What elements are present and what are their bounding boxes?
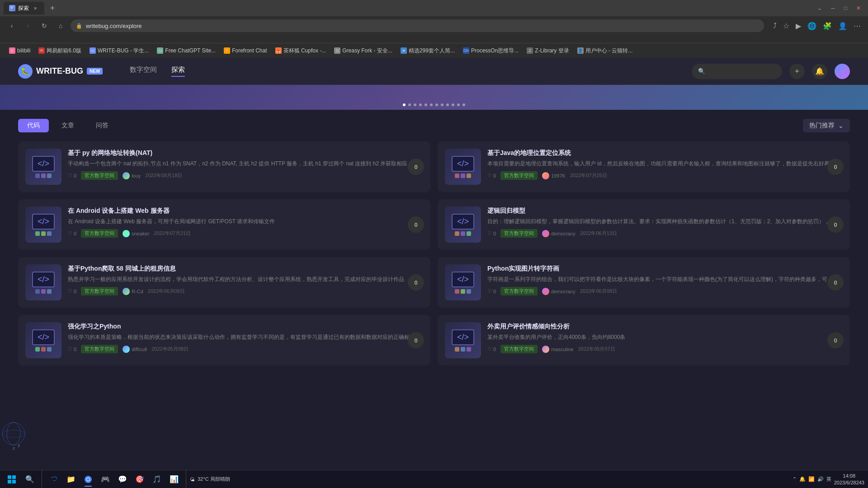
taskbar-search[interactable]: 🔍	[22, 471, 38, 488]
user-avatar[interactable]	[835, 64, 850, 79]
banner-dot-6[interactable]	[430, 103, 433, 106]
tab-close-btn[interactable]: ✕	[32, 5, 39, 12]
taskbar-game2[interactable]: 🎯	[132, 471, 148, 488]
filter-tab-article[interactable]: 文章	[52, 119, 83, 132]
extension-btn[interactable]: 🧩	[821, 20, 834, 32]
bookmark-greasy[interactable]: G Greasy Fork - 安全...	[330, 46, 396, 56]
taskbar-chrome[interactable]	[80, 471, 96, 488]
share-btn[interactable]: ⤴	[771, 20, 778, 32]
banner-dot-11[interactable]	[457, 103, 460, 106]
bookmark-163mail[interactable]: ✉ 网易邮箱6.0版	[35, 46, 85, 56]
profile-btn[interactable]: 👤	[836, 20, 849, 32]
minimize-btn[interactable]: ─	[827, 3, 839, 13]
card-4[interactable]: </> 逻辑回归模型 目的：理解逻辑回归模型，掌握逻辑回归模型的参数估计算法。要…	[438, 199, 850, 250]
mail163-favicon: ✉	[38, 47, 45, 54]
bookmark-processon[interactable]: On ProcessOn思维导...	[459, 46, 522, 56]
card-6[interactable]: </> Python实现图片转字符画 字符画是一系列字符的组合，我们可以把字符看…	[438, 257, 850, 308]
tab-list-btn[interactable]: ⌄	[814, 3, 826, 13]
start-button[interactable]	[4, 471, 20, 488]
card-3[interactable]: </> 在 Android 设备上搭建 Web 服务器 在 Android 设备…	[18, 199, 430, 250]
maximize-btn[interactable]: □	[840, 3, 851, 13]
card-6-score: 0	[827, 274, 844, 291]
tray-up-arrow[interactable]: ⌃	[793, 476, 797, 482]
search-button[interactable]: 🔍	[692, 64, 782, 79]
banner-dot-1[interactable]	[403, 103, 406, 106]
nav-digital-space[interactable]: 数字空间	[130, 66, 157, 77]
card-5[interactable]: </> 基于Python爬取 58 同城上的租房信息 熟悉并学习一般的应用系统开…	[18, 257, 430, 308]
play-btn[interactable]: ▶	[794, 20, 803, 32]
clock[interactable]: 14:08 2023/6/28243	[834, 473, 864, 486]
tray-notification[interactable]: 🔔	[799, 476, 806, 482]
edge-icon[interactable]: 🌐	[806, 20, 818, 32]
card-7-likes: ♡ 0	[68, 346, 76, 352]
banner-dot-2[interactable]	[408, 103, 411, 106]
card-2-score: 0	[827, 159, 844, 175]
card-7-meta: ♡ 0 官方数字空间 difficult 2022年05月08日	[68, 345, 423, 353]
card-2[interactable]: </> 基于Java的地理位置定位系统 本项目需要的是地理位置查询系统，输入用户…	[438, 141, 850, 192]
active-tab[interactable]: 🔍 探索 ✕	[4, 2, 44, 14]
bookmark-cupfox[interactable]: 🦊 茶杯狐 Cupfox -...	[272, 46, 330, 56]
sort-dropdown[interactable]: 热门推荐 ⌄	[803, 119, 850, 132]
bookmark-selected[interactable]: ★ 精选299套个人简...	[397, 46, 458, 56]
bookmark-chatgpt[interactable]: AI Free ChatGPT Site...	[153, 46, 219, 55]
banner-dot-4[interactable]	[419, 103, 422, 106]
card-1[interactable]: </> 基于 py 的网络地址转换(NAT) 手动构造一个包含两个 nat 的拓…	[18, 141, 430, 192]
tray-ime[interactable]: 英	[826, 476, 831, 483]
card-8-author-avatar	[542, 346, 549, 353]
card-3-meta: ♡ 0 官方数字空间 sneaker 2022年07月21日	[68, 229, 423, 238]
card-2-tag: 官方数字空间	[500, 171, 538, 180]
taskbar-steam[interactable]: 🎮	[97, 471, 113, 488]
new-tab-btn[interactable]: +	[46, 2, 59, 14]
card-8[interactable]: </> 外卖用户评价情感倾向性分析 某外卖平台收集的用户评价，正向4000条，负…	[438, 315, 850, 366]
taskbar-excel[interactable]: 📊	[166, 471, 182, 488]
svg-rect-8	[8, 480, 11, 483]
banner-dots	[403, 103, 465, 106]
card-6-meta: ♡ 0 官方数字空间 democracy 2022年06月08日	[487, 287, 843, 296]
weather-text: 32°C 局部晴朗	[198, 476, 230, 483]
banner-dot-10[interactable]	[452, 103, 454, 106]
weather-widget[interactable]: 🌤 32°C 局部晴朗	[190, 476, 230, 483]
taskbar-kuwo[interactable]: 🎵	[149, 471, 165, 488]
menu-btn[interactable]: ⋯	[852, 20, 863, 32]
svg-point-12	[87, 478, 90, 481]
add-btn[interactable]: ＋	[789, 64, 805, 79]
address-bar[interactable]: 🔒 writebug.com/explore	[71, 19, 764, 32]
card-6-author: democracy	[542, 288, 576, 295]
card-7[interactable]: </> 强化学习之Python 强化学习的本质是策略，根据当前的状态来决策应该采…	[18, 315, 430, 366]
star-btn[interactable]: ☆	[781, 20, 791, 32]
taskbar-edge[interactable]	[46, 471, 62, 488]
tray-wifi[interactable]: 📶	[808, 476, 815, 482]
bookmark-writebug[interactable]: W WRITE-BUG - 学生...	[86, 46, 152, 56]
nav-explore[interactable]: 探索	[171, 66, 185, 77]
home-btn[interactable]: ⌂	[54, 19, 67, 32]
tab-label: 探索	[18, 5, 29, 12]
close-btn[interactable]: ✕	[853, 3, 864, 13]
weather-icon: 🌤	[190, 477, 195, 482]
notification-btn[interactable]: 🔔	[812, 64, 827, 79]
banner-dot-3[interactable]	[414, 103, 416, 106]
filter-tab-code[interactable]: 代码	[18, 119, 49, 132]
banner-dot-9[interactable]	[446, 103, 449, 106]
heart-icon: ♡	[487, 173, 492, 178]
back-btn[interactable]: ‹	[5, 19, 18, 32]
banner-dot-12[interactable]	[462, 103, 465, 106]
bookmark-bilibili[interactable]: B bilibili	[5, 46, 34, 55]
site-logo[interactable]: 🐛 WRITE-BUG NEW	[18, 64, 103, 79]
forward-btn[interactable]: ›	[22, 19, 34, 32]
refresh-btn[interactable]: ↻	[38, 19, 51, 32]
banner-dot-7[interactable]	[435, 103, 438, 106]
bookmark-zlibrary[interactable]: Z Z-Library 登录	[523, 46, 572, 56]
security-icon: 🔒	[76, 23, 82, 29]
bookmark-forefront[interactable]: F Forefront Chat	[220, 46, 270, 55]
banner-dot-5[interactable]	[425, 103, 427, 106]
filter-tab-qa[interactable]: 问答	[87, 119, 118, 132]
tray-volume[interactable]: 🔊	[817, 476, 824, 482]
bookmark-usercenter[interactable]: 👤 用户中心 - 云猫转...	[574, 46, 637, 56]
taskbar-folder[interactable]: 📁	[63, 471, 79, 488]
banner-dot-8[interactable]	[441, 103, 443, 106]
logo-text: WRITE-BUG	[36, 66, 83, 76]
card-7-date: 2022年05月08日	[151, 346, 189, 352]
taskbar-wechat[interactable]: 💬	[114, 471, 131, 488]
card-8-tag: 官方数字空间	[500, 345, 538, 353]
card-1-meta: ♡ 0 官方数字空间 louy 2022年09月18日	[68, 171, 423, 180]
